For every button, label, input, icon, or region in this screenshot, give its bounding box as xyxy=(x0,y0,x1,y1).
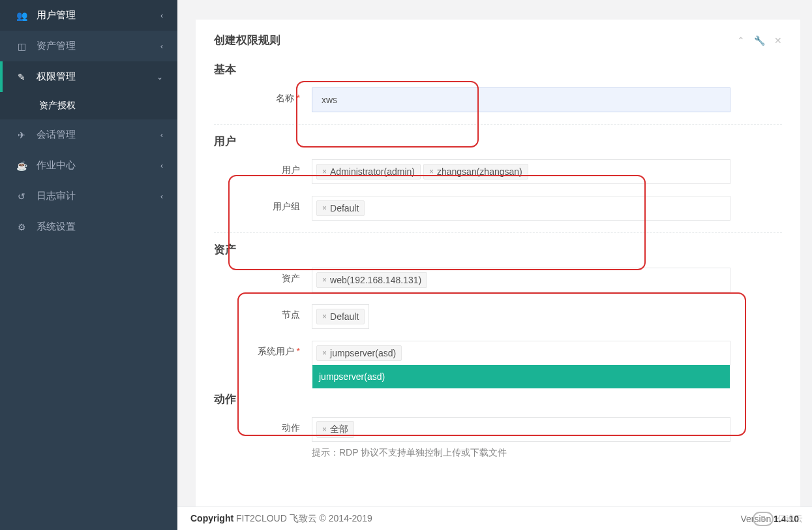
name-field[interactable] xyxy=(312,87,730,112)
cloud-icon xyxy=(753,512,774,526)
main-area: 创建权限规则 ⌃ 🔧 ✕ 基本 名称* 用户 用户 xyxy=(177,0,812,530)
label-asset: 资产 xyxy=(214,268,312,285)
sidebar-item-jobs[interactable]: ☕ 作业中心 ‹ xyxy=(0,150,177,181)
tag-remove-icon[interactable]: × xyxy=(322,167,327,176)
sidebar-submenu: 资产授权 xyxy=(0,92,177,119)
tag-remove-icon[interactable]: × xyxy=(322,275,327,285)
form-row-asset: 资产 ×web(192.168.148.131) xyxy=(214,268,782,292)
label-name: 名称* xyxy=(214,87,312,104)
chevron-left-icon: ‹ xyxy=(160,11,163,20)
sidebar-item-sessions[interactable]: ✈ 会话管理 ‹ xyxy=(0,119,177,150)
tag-asset: ×web(192.168.148.131) xyxy=(316,272,427,288)
section-title-action: 动作 xyxy=(214,392,782,407)
usergroup-select[interactable]: ×Default xyxy=(312,196,730,221)
section-title-basic: 基本 xyxy=(214,62,782,77)
divider xyxy=(214,124,782,125)
label-usergroup: 用户组 xyxy=(214,196,312,213)
copyright: Copyright FIT2CLOUD 飞致云 © 2014-2019 xyxy=(190,513,372,525)
sidebar-item-settings[interactable]: ⚙ 系统设置 xyxy=(0,211,177,242)
node-select[interactable]: ×Default xyxy=(312,304,369,329)
form-row-action: 动作 ×全部 提示：RDP 协议不支持单独控制上传或下载文件 xyxy=(214,417,782,459)
tag-remove-icon[interactable]: × xyxy=(429,167,434,176)
asset-select[interactable]: ×web(192.168.148.131) xyxy=(312,268,730,292)
panel-tools: ⌃ 🔧 ✕ xyxy=(737,35,782,46)
section-title-user: 用户 xyxy=(214,134,782,149)
tag-node: ×Default xyxy=(316,309,365,324)
label-node: 节点 xyxy=(214,304,312,321)
action-select[interactable]: ×全部 xyxy=(312,417,730,442)
label-sysuser: 系统用户* xyxy=(214,341,312,358)
chevron-left-icon: ‹ xyxy=(160,42,163,51)
footer: Copyright FIT2CLOUD 飞致云 © 2014-2019 Vers… xyxy=(177,507,812,530)
sidebar-item-users[interactable]: 👥 用户管理 ‹ xyxy=(0,0,177,31)
wrench-icon[interactable]: 🔧 xyxy=(754,35,765,46)
form-row-node: 节点 ×Default xyxy=(214,304,782,329)
tag-remove-icon[interactable]: × xyxy=(322,425,327,434)
sidebar-item-label: 资产管理 xyxy=(37,40,160,52)
form-panel: 创建权限规则 ⌃ 🔧 ✕ 基本 名称* 用户 用户 xyxy=(196,20,800,530)
form-row-usergroup: 用户组 ×Default xyxy=(214,196,782,221)
label-user: 用户 xyxy=(214,159,312,176)
tag-user: ×zhangsan(zhangsan) xyxy=(423,164,528,179)
sidebar-item-label: 作业中心 xyxy=(37,159,160,172)
tag-sysuser: ×jumpserver(asd) xyxy=(316,345,402,361)
watermark: 亿速云 xyxy=(753,512,803,526)
panel-header: 创建权限规则 ⌃ 🔧 ✕ xyxy=(214,33,782,48)
sidebar-item-perms[interactable]: ✎ 权限管理 ⌄ xyxy=(0,61,177,92)
dashboard-icon: ◫ xyxy=(14,41,29,52)
cogs-icon: ⚙ xyxy=(14,222,29,232)
sidebar-item-label: 日志审计 xyxy=(37,190,160,202)
tag-user: ×Administrator(admin) xyxy=(316,164,421,179)
sidebar-item-label: 用户管理 xyxy=(37,9,160,22)
dropdown-option[interactable]: jumpserver(asd) xyxy=(312,365,730,388)
sidebar-item-label: 系统设置 xyxy=(37,221,163,233)
form-row-name: 名称* xyxy=(214,87,782,112)
coffee-icon: ☕ xyxy=(14,161,29,171)
edit-icon: ✎ xyxy=(14,72,29,82)
sidebar: 👥 用户管理 ‹ ◫ 资产管理 ‹ ✎ 权限管理 ⌄ 资产授权 ✈ 会话管理 ‹… xyxy=(0,0,177,530)
sidebar-item-label: 权限管理 xyxy=(37,70,157,83)
chevron-left-icon: ‹ xyxy=(160,161,163,170)
collapse-icon[interactable]: ⌃ xyxy=(737,35,745,46)
close-icon[interactable]: ✕ xyxy=(774,35,782,46)
panel-title: 创建权限规则 xyxy=(214,33,280,48)
history-icon: ↺ xyxy=(14,191,29,202)
divider xyxy=(214,232,782,233)
sidebar-item-assets[interactable]: ◫ 资产管理 ‹ xyxy=(0,31,177,61)
chevron-left-icon: ‹ xyxy=(160,192,163,201)
users-icon: 👥 xyxy=(14,10,29,21)
rocket-icon: ✈ xyxy=(14,130,29,140)
tag-remove-icon[interactable]: × xyxy=(322,349,327,358)
user-select[interactable]: ×Administrator(admin) ×zhangsan(zhangsan… xyxy=(312,159,730,184)
tag-remove-icon[interactable]: × xyxy=(322,312,327,321)
tag-action: ×全部 xyxy=(316,421,354,438)
section-title-asset: 资产 xyxy=(214,242,782,257)
action-hint: 提示：RDP 协议不支持单独控制上传或下载文件 xyxy=(312,447,730,459)
tag-remove-icon[interactable]: × xyxy=(322,204,327,213)
tag-usergroup: ×Default xyxy=(316,200,365,216)
sidebar-subitem-asset-auth[interactable]: 资产授权 xyxy=(0,92,177,119)
form-row-sysuser: 系统用户* ×jumpserver(asd) jumpserver(asd) xyxy=(214,341,782,366)
sysuser-select[interactable]: ×jumpserver(asd) jumpserver(asd) xyxy=(312,341,730,366)
form-row-user: 用户 ×Administrator(admin) ×zhangsan(zhang… xyxy=(214,159,782,184)
sidebar-item-label: 会话管理 xyxy=(37,129,160,141)
label-action: 动作 xyxy=(214,417,312,434)
chevron-left-icon: ‹ xyxy=(160,131,163,140)
sidebar-item-logs[interactable]: ↺ 日志审计 ‹ xyxy=(0,181,177,211)
chevron-down-icon: ⌄ xyxy=(157,72,163,82)
